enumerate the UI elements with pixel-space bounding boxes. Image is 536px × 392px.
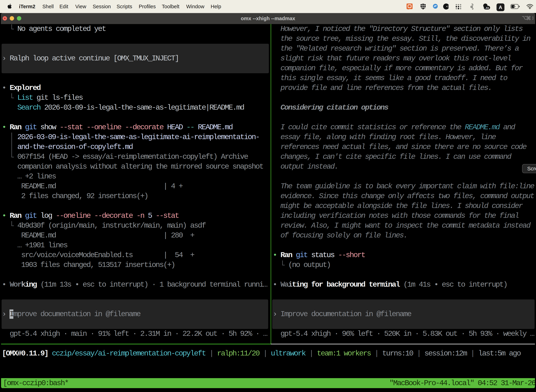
svg-text:1: 1: [532, 16, 533, 20]
svg-text:..61: ..61: [485, 6, 489, 9]
svg-text:A: A: [499, 5, 502, 10]
